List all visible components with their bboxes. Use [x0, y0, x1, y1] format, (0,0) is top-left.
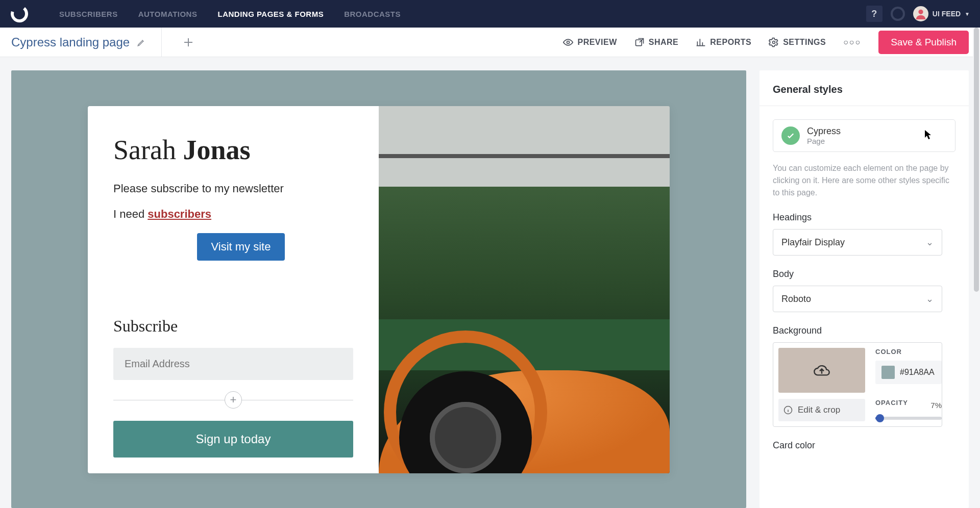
- scrollbar[interactable]: [973, 28, 980, 508]
- selected-name: Cypress: [807, 126, 841, 137]
- canvas[interactable]: Sarah Jonas Please subscribe to my newsl…: [11, 70, 746, 508]
- card-color-label: Card color: [773, 440, 955, 451]
- sub-toolbar: Cypress landing page PREVIEW SHARE REPOR…: [0, 28, 980, 57]
- headings-label: Headings: [773, 212, 955, 223]
- caret-down-icon: ▼: [965, 11, 970, 17]
- preview-label: PREVIEW: [577, 38, 617, 47]
- panel-description: You can customize each element on the pa…: [773, 162, 955, 199]
- info-icon: [783, 405, 793, 415]
- slider-knob[interactable]: [876, 414, 884, 422]
- nav-broadcasts[interactable]: BROADCASTS: [344, 10, 401, 18]
- main-area: Sarah Jonas Please subscribe to my newsl…: [0, 57, 980, 508]
- selected-sub: Page: [807, 137, 841, 145]
- selected-element[interactable]: Cypress Page: [773, 119, 955, 152]
- headings-select[interactable]: Playfair Display ⌄: [773, 229, 942, 256]
- add-page-button[interactable]: [182, 36, 194, 48]
- rename-icon[interactable]: [137, 38, 146, 47]
- opacity-value: 7%: [930, 401, 942, 410]
- reports-button[interactable]: REPORTS: [696, 37, 751, 47]
- divider-line: [113, 400, 225, 400]
- svg-point-4: [773, 41, 775, 43]
- landing-card[interactable]: Sarah Jonas Please subscribe to my newsl…: [88, 106, 670, 473]
- opacity-slider[interactable]: [875, 417, 942, 420]
- check-icon: [781, 126, 800, 145]
- body-select[interactable]: Roboto ⌄: [773, 286, 942, 312]
- account-name: UI FEED: [933, 10, 961, 18]
- status-ring-icon[interactable]: [891, 7, 905, 21]
- subheadline[interactable]: Please subscribe to my newsletter: [113, 182, 353, 195]
- card-image[interactable]: [379, 106, 670, 473]
- settings-button[interactable]: SETTINGS: [769, 37, 826, 47]
- share-button[interactable]: SHARE: [634, 37, 679, 47]
- account-menu[interactable]: UI FEED ▼: [913, 6, 970, 21]
- edit-crop-label: Edit & crop: [798, 405, 840, 415]
- opacity-label: OPACITY: [875, 399, 908, 407]
- upload-icon: [814, 362, 830, 378]
- headline-bold: Jonas: [183, 135, 250, 165]
- body-label: Body: [773, 269, 955, 280]
- headline-first: Sarah: [113, 135, 183, 165]
- panel-title: General styles: [760, 84, 969, 106]
- visit-site-button[interactable]: Visit my site: [197, 233, 285, 261]
- need-line[interactable]: I need subscribers: [113, 208, 353, 221]
- divider-line: [242, 400, 353, 400]
- share-icon: [634, 37, 645, 47]
- background-label: Background: [773, 325, 955, 336]
- preview-button[interactable]: PREVIEW: [563, 37, 617, 47]
- nav-subscribers[interactable]: SUBSCRIBERS: [59, 10, 118, 18]
- need-prefix: I need: [113, 208, 148, 220]
- eye-icon: [563, 37, 573, 47]
- bg-car: [379, 326, 670, 473]
- bg-building: [379, 106, 670, 187]
- svg-point-1: [918, 10, 923, 14]
- color-label: COLOR: [875, 348, 942, 355]
- logo[interactable]: [10, 5, 29, 23]
- svg-point-0: [10, 5, 29, 23]
- headings-value: Playfair Display: [781, 237, 845, 248]
- add-field-divider: +: [113, 391, 353, 409]
- style-panel: General styles Cypress Page You can cust…: [760, 70, 969, 508]
- gear-icon: [769, 37, 779, 47]
- color-chip[interactable]: #91A8AA: [875, 361, 942, 384]
- share-label: SHARE: [649, 38, 679, 47]
- color-section: COLOR #91A8AA: [875, 348, 942, 384]
- signup-button[interactable]: Sign up today: [113, 421, 353, 458]
- body-value: Roboto: [781, 294, 811, 304]
- edit-crop-button[interactable]: Edit & crop: [778, 399, 865, 421]
- background-upload[interactable]: [778, 348, 865, 393]
- svg-point-2: [567, 41, 570, 43]
- top-nav: SUBSCRIBERS AUTOMATIONS LANDING PAGES & …: [0, 0, 980, 28]
- subscribe-heading[interactable]: Subscribe: [113, 317, 353, 336]
- chevron-down-icon: ⌄: [926, 293, 934, 304]
- add-field-button[interactable]: +: [225, 391, 242, 409]
- save-publish-button[interactable]: Save & Publish: [878, 31, 969, 54]
- background-box: COLOR #91A8AA Edit & crop OPACITY 7%: [773, 342, 942, 427]
- avatar: [913, 6, 928, 21]
- page-title: Cypress landing page: [11, 35, 130, 49]
- headline[interactable]: Sarah Jonas: [113, 134, 353, 166]
- chevron-down-icon: ⌄: [926, 237, 934, 248]
- chart-icon: [696, 37, 706, 47]
- top-nav-links: SUBSCRIBERS AUTOMATIONS LANDING PAGES & …: [59, 10, 401, 18]
- cursor-icon: [924, 130, 932, 142]
- help-button[interactable]: ?: [866, 6, 883, 22]
- need-link[interactable]: subscribers: [148, 208, 211, 220]
- nav-landing-pages[interactable]: LANDING PAGES & FORMS: [217, 10, 324, 18]
- more-menu[interactable]: ○○○: [843, 38, 861, 47]
- color-hex: #91A8AA: [900, 368, 935, 377]
- settings-label: SETTINGS: [783, 38, 826, 47]
- email-input[interactable]: [113, 348, 353, 380]
- scrollbar-thumb[interactable]: [974, 28, 979, 292]
- card-left: Sarah Jonas Please subscribe to my newsl…: [88, 106, 379, 473]
- reports-label: REPORTS: [710, 38, 751, 47]
- opacity-section: OPACITY 7%: [875, 399, 942, 420]
- color-swatch: [881, 366, 895, 379]
- nav-automations[interactable]: AUTOMATIONS: [138, 10, 198, 18]
- bg-railing: [379, 154, 670, 158]
